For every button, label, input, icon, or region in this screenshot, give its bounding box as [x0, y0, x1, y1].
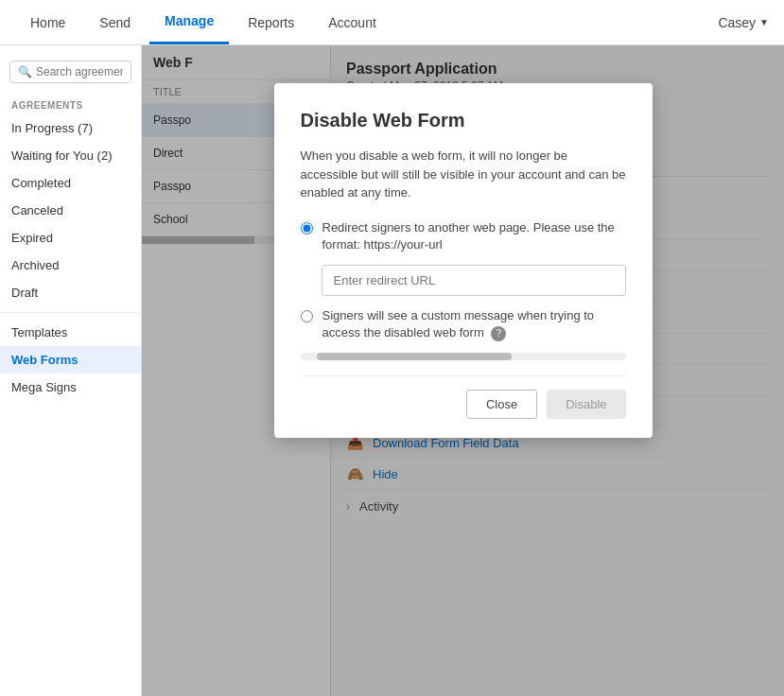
modal-disable-button[interactable]: Disable — [547, 390, 625, 419]
modal-scroll-bar[interactable] — [301, 353, 626, 360]
help-icon[interactable]: ? — [491, 326, 506, 341]
nav-links: Home Send Manage Reports Account — [15, 0, 718, 44]
redirect-url-input[interactable] — [322, 265, 626, 296]
modal-footer: Close Disable — [301, 375, 626, 419]
modal-title: Disable Web Form — [301, 110, 626, 131]
nav-user[interactable]: Casey ▼ — [718, 15, 769, 30]
main-layout: 🔍 AGREEMENTS In Progress (7) Waiting for… — [0, 45, 784, 696]
top-nav: Home Send Manage Reports Account Casey ▼ — [0, 0, 784, 45]
search-box[interactable]: 🔍 — [9, 61, 131, 83]
content-area: Web F TITLE Passpo Direct Passpo School … — [142, 45, 784, 696]
nav-account[interactable]: Account — [313, 2, 392, 44]
modal-body: When you disable a web form, it will no … — [301, 147, 626, 202]
radio-custom-message-label: Signers will see a custom message when t… — [322, 307, 626, 341]
radio-redirect[interactable] — [301, 222, 313, 235]
search-icon: 🔍 — [18, 65, 32, 78]
radio-option-custom-message: Signers will see a custom message when t… — [301, 307, 626, 341]
sidebar-item-templates[interactable]: Templates — [0, 319, 141, 346]
sidebar-item-expired[interactable]: Expired — [0, 224, 141, 252]
sidebar-item-waiting[interactable]: Waiting for You (2) — [0, 142, 141, 169]
modal-close-button[interactable]: Close — [466, 390, 537, 419]
search-input[interactable] — [36, 65, 123, 78]
nav-send[interactable]: Send — [84, 2, 146, 44]
sidebar-item-in-progress[interactable]: In Progress (7) — [0, 114, 141, 142]
radio-option-redirect: Redirect signers to another web page. Pl… — [301, 219, 626, 253]
nav-manage[interactable]: Manage — [149, 0, 229, 44]
sidebar-item-canceled[interactable]: Canceled — [0, 197, 141, 224]
nav-reports[interactable]: Reports — [233, 2, 309, 44]
sidebar-item-mega-signs[interactable]: Mega Signs — [0, 374, 141, 401]
radio-custom-message[interactable] — [301, 310, 313, 322]
modal-scroll-thumb — [317, 353, 512, 360]
radio-redirect-label: Redirect signers to another web page. Pl… — [322, 219, 626, 253]
sidebar-item-web-forms[interactable]: Web Forms — [0, 346, 141, 374]
chevron-down-icon: ▼ — [759, 17, 769, 27]
sidebar-item-completed[interactable]: Completed — [0, 169, 141, 197]
nav-user-name: Casey — [718, 15, 756, 30]
modal-dialog: Disable Web Form When you disable a web … — [274, 83, 653, 438]
sidebar-item-draft[interactable]: Draft — [0, 279, 141, 306]
sidebar-divider — [0, 312, 141, 313]
modal-overlay: Disable Web Form When you disable a web … — [142, 45, 784, 696]
nav-home[interactable]: Home — [15, 2, 80, 44]
sidebar: 🔍 AGREEMENTS In Progress (7) Waiting for… — [0, 45, 142, 696]
sidebar-item-archived[interactable]: Archived — [0, 252, 141, 279]
agreements-label: AGREEMENTS — [0, 91, 141, 114]
